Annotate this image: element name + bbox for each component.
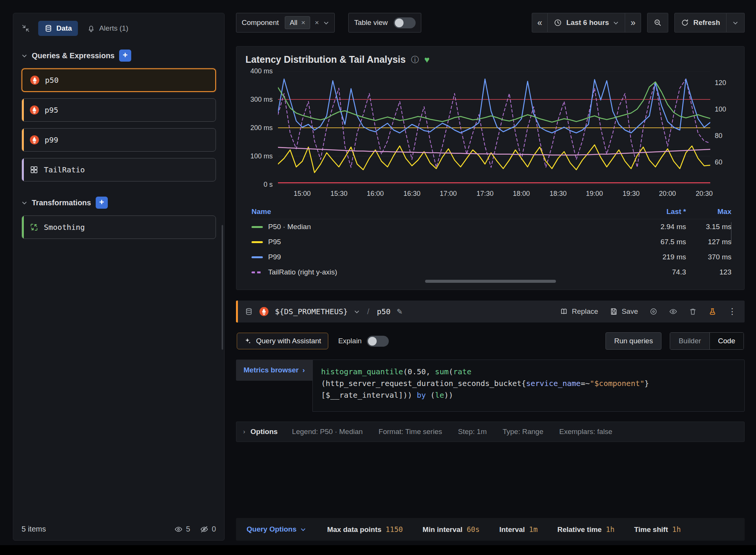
refresh-button[interactable]: Refresh xyxy=(674,13,727,33)
add-transformation-button[interactable]: + xyxy=(96,197,108,209)
chevron-down-icon xyxy=(300,527,306,532)
tab-data[interactable]: Data xyxy=(38,21,78,36)
query-list: p50p95p99TailRatio xyxy=(22,68,216,181)
horizontal-scrollbar[interactable] xyxy=(425,280,556,283)
chevron-down-icon[interactable] xyxy=(323,20,329,26)
query-item-Smoothing[interactable]: Smoothing xyxy=(22,215,216,239)
query-item-p50[interactable]: p50 xyxy=(22,68,216,92)
datasource-name[interactable]: ${DS_PROMETHEUS} xyxy=(275,307,348,316)
legend-row[interactable]: P99219 ms370 ms xyxy=(251,250,731,265)
chip-label: All xyxy=(290,19,297,27)
time-range-button[interactable]: Last 6 hours xyxy=(548,13,625,33)
queries-section-header: Queries & Expressions + xyxy=(22,50,216,62)
transformations-section-header: Transformations + xyxy=(22,197,216,209)
legend-row[interactable]: P9567.5 ms127 ms xyxy=(251,234,731,250)
filter-clear-icon[interactable]: × xyxy=(315,19,319,27)
series-color-swatch xyxy=(251,256,263,258)
legend-row[interactable]: P50 · Median2.94 ms3.15 ms xyxy=(251,219,731,234)
legend-scrollbar[interactable] xyxy=(731,222,731,243)
refresh-label: Refresh xyxy=(693,19,720,27)
panel-header: Latency Distribution & Tail Analysis ⓘ ♥ xyxy=(245,54,735,65)
option-summary-item: Format: Time series xyxy=(379,428,442,436)
refresh-interval-button[interactable] xyxy=(727,13,745,33)
bell-icon xyxy=(87,24,95,33)
legend-header-last[interactable]: Last * xyxy=(633,208,686,216)
hidden-count[interactable]: 0 xyxy=(200,525,216,533)
edit-name-icon[interactable]: ✎ xyxy=(397,307,403,316)
chip-remove-icon[interactable]: × xyxy=(301,19,305,27)
query-assistant-button[interactable]: Query with Assistant xyxy=(237,333,328,349)
y-axis-left: 400 ms300 ms200 ms100 ms0 s xyxy=(245,71,278,184)
options-label: Options xyxy=(250,428,278,436)
visible-count[interactable]: 5 xyxy=(174,525,190,533)
time-forward-button[interactable]: » xyxy=(625,13,641,33)
metrics-browser-button[interactable]: Metrics browser › xyxy=(236,360,312,381)
sidebar-footer: 5 items 5 0 xyxy=(22,525,216,533)
legend-header-max[interactable]: Max xyxy=(686,208,731,216)
y-axis-label: 80 xyxy=(715,132,722,140)
tab-alerts[interactable]: Alerts (1) xyxy=(81,21,134,36)
save-button[interactable]: Save xyxy=(610,307,638,316)
query-item-p95[interactable]: p95 xyxy=(22,98,216,122)
info-icon[interactable]: ⓘ xyxy=(411,54,419,65)
run-queries-button[interactable]: Run queries xyxy=(605,332,661,350)
panel-chart[interactable] xyxy=(278,71,710,184)
legend-row[interactable]: TailRatio (right y-axis)74.3123 xyxy=(251,265,731,276)
footer-stat: Max data points1150 xyxy=(327,525,403,534)
legend-table: Name Last * Max P50 · Median2.94 ms3.15 … xyxy=(251,204,731,276)
replace-button[interactable]: Replace xyxy=(560,307,598,316)
edit-sidebar: Data Alerts (1) Queries & Expressions + … xyxy=(13,13,225,541)
x-axis-label: 16:00 xyxy=(367,190,384,198)
x-axis-label: 20:00 xyxy=(659,190,676,198)
database-icon xyxy=(245,307,253,316)
y-axis-label: 60 xyxy=(715,158,722,166)
sparkle-icon xyxy=(244,337,251,345)
footer-stat: Interval1m xyxy=(499,525,537,534)
builder-mode-button[interactable]: Builder xyxy=(670,333,709,349)
table-view-toggle[interactable] xyxy=(394,17,416,28)
query-options-button[interactable]: Query Options xyxy=(247,525,306,533)
zoom-out-button[interactable] xyxy=(647,13,668,33)
kebab-menu-icon[interactable]: ⋮ xyxy=(728,307,736,316)
explain-toggle[interactable] xyxy=(367,336,389,347)
save-icon xyxy=(610,307,618,316)
breadcrumb-separator: / xyxy=(367,307,369,316)
y-axis-label: 120 xyxy=(715,79,726,87)
query-item-label: p99 xyxy=(45,135,58,144)
chevron-down-icon[interactable] xyxy=(354,309,360,315)
eye-icon[interactable] xyxy=(669,307,677,316)
flask-icon[interactable] xyxy=(708,307,717,316)
record-icon[interactable] xyxy=(649,307,658,316)
promql-code-editor[interactable]: histogram_quantile(0.50, sum(rate (http_… xyxy=(312,360,745,412)
component-filter-chip[interactable]: All × xyxy=(285,16,310,29)
legend-header-name[interactable]: Name xyxy=(251,208,633,216)
query-options-row[interactable]: › Options Legend: P50 · MedianFormat: Ti… xyxy=(236,422,745,442)
eye-icon xyxy=(174,525,183,533)
chevron-down-icon[interactable] xyxy=(22,53,27,59)
sidebar-scrollbar[interactable] xyxy=(222,225,223,350)
y-axis-label: 100 xyxy=(715,105,726,113)
component-filter[interactable]: Component All × × xyxy=(236,13,335,33)
add-query-button[interactable]: + xyxy=(119,50,131,62)
y-axis-label: 300 ms xyxy=(250,96,273,104)
transformation-list: Smoothing xyxy=(22,215,216,239)
query-item-TailRatio[interactable]: TailRatio xyxy=(22,158,216,181)
footer-stat: Min interval60s xyxy=(422,525,480,534)
time-back-button[interactable]: « xyxy=(532,13,548,33)
trash-icon[interactable] xyxy=(689,307,697,316)
collapse-pane-icon[interactable] xyxy=(22,24,30,33)
code-mode-button[interactable]: Code xyxy=(709,333,744,349)
query-item-label: Smoothing xyxy=(44,223,85,232)
option-summary-item: Type: Range xyxy=(503,428,543,436)
chevron-down-icon[interactable] xyxy=(22,200,27,206)
query-editor: ${DS_PROMETHEUS} / p50 ✎ Replace Save xyxy=(236,301,745,442)
query-editor-header: ${DS_PROMETHEUS} / p50 ✎ Replace Save xyxy=(236,301,745,322)
expression-icon xyxy=(29,165,39,174)
query-item-p99[interactable]: p99 xyxy=(22,128,216,152)
database-icon xyxy=(44,24,53,33)
explain-control: Explain xyxy=(338,336,389,347)
chevron-right-icon: › xyxy=(243,428,245,435)
x-axis: 15:0015:3016:0016:3017:0017:3018:0018:30… xyxy=(278,187,710,200)
main-area: Component All × × Table view « Last 6 xyxy=(236,13,745,541)
option-summary-item: Step: 1m xyxy=(458,428,487,436)
